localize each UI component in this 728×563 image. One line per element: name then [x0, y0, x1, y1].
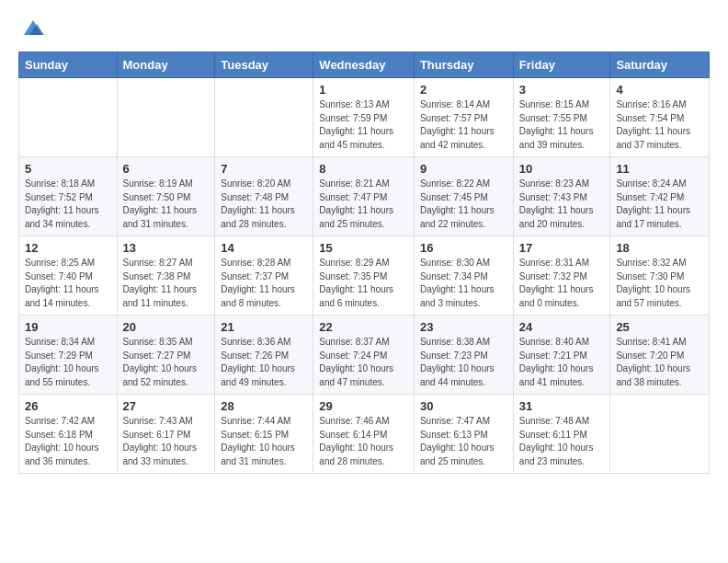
day-number: 12 [25, 241, 111, 255]
day-cell: 29Sunrise: 7:46 AMSunset: 6:14 PMDayligh… [313, 395, 415, 474]
day-info: Sunrise: 8:20 AMSunset: 7:48 PMDaylight:… [221, 178, 307, 231]
day-cell: 9Sunrise: 8:22 AMSunset: 7:45 PMDaylight… [414, 157, 513, 236]
day-info: Sunrise: 8:19 AMSunset: 7:50 PMDaylight:… [123, 178, 210, 231]
week-row-1: 1Sunrise: 8:13 AMSunset: 7:59 PMDaylight… [19, 78, 710, 157]
day-number: 4 [616, 83, 703, 97]
day-number: 24 [519, 320, 605, 334]
logo [18, 15, 46, 42]
week-row-5: 26Sunrise: 7:42 AMSunset: 6:18 PMDayligh… [19, 395, 710, 474]
day-number: 25 [616, 320, 703, 334]
weekday-header-wednesday: Wednesday [313, 52, 415, 78]
day-number: 17 [519, 241, 605, 255]
day-info: Sunrise: 8:28 AMSunset: 7:37 PMDaylight:… [221, 257, 307, 310]
day-number: 31 [519, 399, 605, 413]
day-cell: 28Sunrise: 7:44 AMSunset: 6:15 PMDayligh… [215, 395, 313, 474]
day-cell: 12Sunrise: 8:25 AMSunset: 7:40 PMDayligh… [19, 236, 118, 316]
day-cell: 30Sunrise: 7:47 AMSunset: 6:13 PMDayligh… [414, 395, 513, 474]
day-number: 7 [221, 162, 307, 176]
day-cell: 24Sunrise: 8:40 AMSunset: 7:21 PMDayligh… [513, 316, 610, 395]
day-number: 14 [221, 241, 307, 255]
day-cell: 16Sunrise: 8:30 AMSunset: 7:34 PMDayligh… [414, 236, 513, 316]
day-info: Sunrise: 7:44 AMSunset: 6:15 PMDaylight:… [221, 415, 307, 468]
day-cell: 19Sunrise: 8:34 AMSunset: 7:29 PMDayligh… [19, 316, 118, 395]
day-cell [117, 78, 215, 157]
day-cell: 13Sunrise: 8:27 AMSunset: 7:38 PMDayligh… [117, 236, 215, 316]
day-number: 8 [319, 162, 408, 176]
day-cell [215, 78, 313, 157]
weekday-header-friday: Friday [513, 52, 610, 78]
weekday-header-sunday: Sunday [19, 52, 118, 78]
day-number: 29 [319, 399, 408, 413]
calendar: SundayMondayTuesdayWednesdayThursdayFrid… [18, 52, 710, 474]
day-number: 2 [420, 83, 507, 97]
day-number: 30 [420, 399, 507, 413]
day-cell: 25Sunrise: 8:41 AMSunset: 7:20 PMDayligh… [610, 316, 710, 395]
page: SundayMondayTuesdayWednesdayThursdayFrid… [0, 0, 728, 563]
day-info: Sunrise: 8:31 AMSunset: 7:32 PMDaylight:… [519, 257, 605, 310]
day-cell: 1Sunrise: 8:13 AMSunset: 7:59 PMDaylight… [313, 78, 415, 157]
day-info: Sunrise: 8:14 AMSunset: 7:57 PMDaylight:… [420, 98, 507, 152]
day-number: 27 [123, 399, 210, 413]
week-row-4: 19Sunrise: 8:34 AMSunset: 7:29 PMDayligh… [19, 316, 710, 395]
day-cell: 17Sunrise: 8:31 AMSunset: 7:32 PMDayligh… [513, 236, 610, 316]
weekday-header-tuesday: Tuesday [215, 52, 313, 78]
day-cell: 21Sunrise: 8:36 AMSunset: 7:26 PMDayligh… [215, 316, 313, 395]
day-number: 9 [420, 162, 507, 176]
day-info: Sunrise: 8:25 AMSunset: 7:40 PMDaylight:… [25, 257, 111, 310]
weekday-header-row: SundayMondayTuesdayWednesdayThursdayFrid… [19, 52, 710, 78]
day-cell: 4Sunrise: 8:16 AMSunset: 7:54 PMDaylight… [610, 78, 710, 157]
day-number: 19 [25, 320, 111, 334]
day-info: Sunrise: 8:38 AMSunset: 7:23 PMDaylight:… [420, 336, 507, 389]
weekday-header-monday: Monday [117, 52, 215, 78]
day-info: Sunrise: 8:24 AMSunset: 7:42 PMDaylight:… [616, 178, 703, 231]
day-info: Sunrise: 8:23 AMSunset: 7:43 PMDaylight:… [519, 178, 605, 231]
day-info: Sunrise: 8:13 AMSunset: 7:59 PMDaylight:… [319, 98, 408, 152]
day-info: Sunrise: 8:37 AMSunset: 7:24 PMDaylight:… [319, 336, 408, 389]
day-number: 5 [25, 162, 111, 176]
day-cell: 3Sunrise: 8:15 AMSunset: 7:55 PMDaylight… [513, 78, 610, 157]
day-number: 26 [25, 399, 111, 413]
day-info: Sunrise: 8:15 AMSunset: 7:55 PMDaylight:… [519, 98, 605, 152]
day-info: Sunrise: 8:34 AMSunset: 7:29 PMDaylight:… [25, 336, 111, 389]
day-cell: 20Sunrise: 8:35 AMSunset: 7:27 PMDayligh… [117, 316, 215, 395]
weekday-header-saturday: Saturday [610, 52, 710, 78]
day-cell: 22Sunrise: 8:37 AMSunset: 7:24 PMDayligh… [313, 316, 415, 395]
day-info: Sunrise: 8:32 AMSunset: 7:30 PMDaylight:… [616, 257, 703, 310]
day-info: Sunrise: 7:46 AMSunset: 6:14 PMDaylight:… [319, 415, 408, 468]
day-cell: 8Sunrise: 8:21 AMSunset: 7:47 PMDaylight… [313, 157, 415, 236]
day-number: 11 [616, 162, 703, 176]
day-info: Sunrise: 7:47 AMSunset: 6:13 PMDaylight:… [420, 415, 507, 468]
day-cell: 2Sunrise: 8:14 AMSunset: 7:57 PMDaylight… [414, 78, 513, 157]
day-info: Sunrise: 8:36 AMSunset: 7:26 PMDaylight:… [221, 336, 307, 389]
day-number: 3 [519, 83, 605, 97]
day-number: 20 [123, 320, 210, 334]
day-cell: 18Sunrise: 8:32 AMSunset: 7:30 PMDayligh… [610, 236, 710, 316]
day-number: 6 [123, 162, 210, 176]
day-cell: 27Sunrise: 7:43 AMSunset: 6:17 PMDayligh… [117, 395, 215, 474]
week-row-2: 5Sunrise: 8:18 AMSunset: 7:52 PMDaylight… [19, 157, 710, 236]
day-cell: 10Sunrise: 8:23 AMSunset: 7:43 PMDayligh… [513, 157, 610, 236]
day-info: Sunrise: 7:43 AMSunset: 6:17 PMDaylight:… [123, 415, 210, 468]
day-number: 28 [221, 399, 307, 413]
day-info: Sunrise: 8:41 AMSunset: 7:20 PMDaylight:… [616, 336, 703, 389]
day-info: Sunrise: 8:21 AMSunset: 7:47 PMDaylight:… [319, 178, 408, 231]
day-info: Sunrise: 8:29 AMSunset: 7:35 PMDaylight:… [319, 257, 408, 310]
day-cell [610, 395, 710, 474]
day-number: 10 [519, 162, 605, 176]
day-cell: 7Sunrise: 8:20 AMSunset: 7:48 PMDaylight… [215, 157, 313, 236]
day-number: 1 [319, 83, 408, 97]
day-info: Sunrise: 8:27 AMSunset: 7:38 PMDaylight:… [123, 257, 210, 310]
day-number: 21 [221, 320, 307, 334]
day-number: 23 [420, 320, 507, 334]
day-info: Sunrise: 8:22 AMSunset: 7:45 PMDaylight:… [420, 178, 507, 231]
day-cell: 26Sunrise: 7:42 AMSunset: 6:18 PMDayligh… [19, 395, 118, 474]
day-cell: 5Sunrise: 8:18 AMSunset: 7:52 PMDaylight… [19, 157, 118, 236]
day-cell: 23Sunrise: 8:38 AMSunset: 7:23 PMDayligh… [414, 316, 513, 395]
day-number: 13 [123, 241, 210, 255]
logo-icon [20, 15, 46, 40]
day-number: 18 [616, 241, 703, 255]
day-info: Sunrise: 7:48 AMSunset: 6:11 PMDaylight:… [519, 415, 605, 468]
day-info: Sunrise: 8:16 AMSunset: 7:54 PMDaylight:… [616, 98, 703, 152]
week-row-3: 12Sunrise: 8:25 AMSunset: 7:40 PMDayligh… [19, 236, 710, 316]
day-info: Sunrise: 8:40 AMSunset: 7:21 PMDaylight:… [519, 336, 605, 389]
